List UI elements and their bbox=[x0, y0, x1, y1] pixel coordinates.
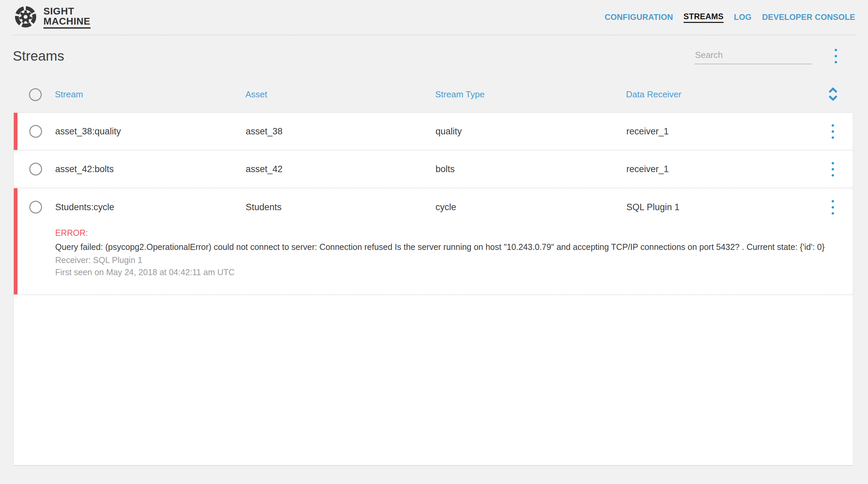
gear-shutter-icon bbox=[13, 4, 38, 31]
select-all-checkbox[interactable] bbox=[29, 88, 42, 101]
nav-log[interactable]: LOG bbox=[734, 12, 752, 23]
cell-stream: Students:cycle bbox=[55, 202, 246, 212]
toolbar: Streams bbox=[13, 35, 855, 77]
search-input[interactable] bbox=[694, 48, 812, 64]
cell-data-receiver: receiver_1 bbox=[626, 164, 812, 174]
cell-asset: Students bbox=[246, 202, 435, 212]
error-message: Query failed: (psycopg2.OperationalError… bbox=[55, 242, 839, 252]
nav-developer-console[interactable]: DEVELOPER CONSOLE bbox=[762, 12, 855, 23]
row-select-checkbox[interactable] bbox=[29, 163, 42, 175]
column-header-data-receiver[interactable]: Data Receiver bbox=[626, 89, 813, 100]
brand-line1: SIGHT bbox=[43, 6, 91, 16]
row-select-checkbox[interactable] bbox=[29, 125, 42, 138]
nav-configuration[interactable]: CONFIGURATION bbox=[604, 12, 673, 23]
cell-stream-type: cycle bbox=[435, 202, 626, 212]
error-label: ERROR: bbox=[55, 228, 839, 238]
table-row[interactable]: Students:cycle Students cycle SQL Plugin… bbox=[14, 188, 853, 226]
kebab-icon bbox=[832, 200, 834, 215]
sort-button[interactable] bbox=[828, 87, 838, 102]
stream-error-details: ERROR: Query failed: (psycopg2.Operation… bbox=[14, 226, 853, 294]
cell-stream: asset_38:quality bbox=[55, 126, 246, 137]
brand-line2: MACHINE bbox=[43, 16, 91, 29]
table-row[interactable]: asset_42:bolts asset_42 bolts receiver_1 bbox=[14, 150, 853, 188]
kebab-icon bbox=[832, 124, 834, 139]
row-actions-menu-button[interactable] bbox=[826, 122, 839, 141]
page-title: Streams bbox=[13, 48, 64, 64]
kebab-icon bbox=[832, 162, 834, 176]
page-header: SIGHT MACHINE CONFIGURATION STREAMS LOG … bbox=[13, 0, 855, 35]
top-nav: CONFIGURATION STREAMS LOG DEVELOPER CONS… bbox=[604, 12, 855, 23]
nav-streams[interactable]: STREAMS bbox=[684, 12, 723, 23]
kebab-icon bbox=[835, 49, 837, 63]
chevron-up-icon bbox=[828, 87, 838, 94]
cell-asset: asset_42 bbox=[246, 164, 435, 174]
brand-logo[interactable]: SIGHT MACHINE bbox=[13, 4, 91, 31]
cell-stream: asset_42:bolts bbox=[55, 164, 246, 174]
error-first-seen: First seen on May 24, 2018 at 04:42:11 a… bbox=[55, 267, 839, 277]
error-receiver: Receiver: SQL Plugin 1 bbox=[55, 255, 839, 265]
streams-table-card: asset_38:quality asset_38 quality receiv… bbox=[13, 113, 853, 466]
toolbar-right bbox=[694, 47, 855, 65]
row-actions-menu-button[interactable] bbox=[826, 198, 839, 217]
column-header-stream-type[interactable]: Stream Type bbox=[435, 89, 626, 100]
table-row[interactable]: asset_38:quality asset_38 quality receiv… bbox=[14, 113, 853, 150]
cell-stream-type: quality bbox=[435, 126, 626, 137]
cell-data-receiver: SQL Plugin 1 bbox=[626, 202, 812, 212]
chevron-down-icon bbox=[828, 96, 838, 102]
column-header-asset[interactable]: Asset bbox=[245, 89, 435, 100]
table-actions-menu-button[interactable] bbox=[829, 47, 842, 65]
table-row-group-error: Students:cycle Students cycle SQL Plugin… bbox=[14, 188, 853, 295]
column-header-stream[interactable]: Stream bbox=[55, 89, 245, 100]
brand-name: SIGHT MACHINE bbox=[43, 6, 91, 29]
row-actions-menu-button[interactable] bbox=[826, 160, 839, 178]
cell-stream-type: bolts bbox=[435, 164, 626, 174]
row-select-checkbox[interactable] bbox=[29, 201, 42, 213]
table-header-row: Stream Asset Stream Type Data Receiver bbox=[13, 77, 853, 113]
cell-data-receiver: receiver_1 bbox=[626, 126, 812, 137]
cell-asset: asset_38 bbox=[246, 126, 435, 137]
